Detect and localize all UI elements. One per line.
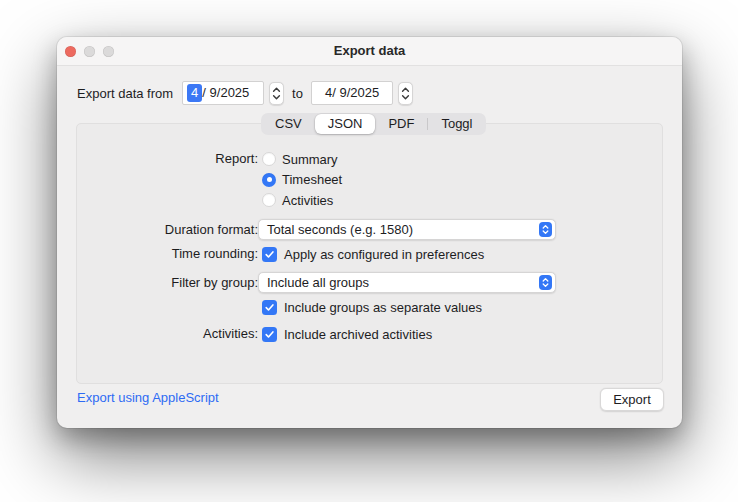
filter-by-group-value: Include all groups	[267, 275, 369, 290]
date-range-row: Export data from 4/ 9/2025 to 4/ 9/2025	[77, 81, 413, 105]
activities-row: Activities: Include archived activities	[77, 326, 432, 342]
checkmark-icon	[264, 329, 275, 340]
to-date-stepper[interactable]	[398, 82, 413, 105]
date-range-label: Export data from	[77, 86, 173, 101]
checkbox-label: Apply as configured in preferences	[284, 247, 484, 262]
report-row: Report: Summary Timesheet Activities	[77, 149, 342, 211]
export-data-window: Export data Export data from 4/ 9/2025 t…	[57, 37, 682, 428]
export-applescript-link[interactable]: Export using AppleScript	[77, 390, 219, 405]
tab-json[interactable]: JSON	[315, 114, 376, 134]
radio-icon[interactable]	[262, 173, 276, 187]
minimize-button[interactable]	[84, 46, 95, 57]
window-title: Export data	[57, 37, 682, 65]
include-groups-row: Include groups as separate values	[77, 299, 482, 315]
selected-month-segment[interactable]: 4	[187, 84, 202, 102]
time-rounding-label: Time rounding:	[77, 246, 258, 262]
zoom-button[interactable]	[103, 46, 114, 57]
tab-csv[interactable]: CSV	[262, 114, 315, 134]
checkbox-include-groups[interactable]: Include groups as separate values	[262, 299, 482, 315]
close-button[interactable]	[65, 46, 76, 57]
format-segmented-control: CSV JSON PDF Toggl	[261, 113, 486, 135]
report-radio-group: Summary Timesheet Activities	[262, 149, 342, 211]
radio-label: Summary	[282, 152, 338, 167]
to-label: to	[292, 86, 303, 101]
up-down-chevrons-icon	[272, 86, 281, 101]
radio-label: Timesheet	[282, 172, 342, 187]
popup-chevrons-icon	[539, 275, 552, 290]
to-date-value[interactable]: 4/ 9/2025	[325, 85, 379, 100]
radio-option-summary[interactable]: Summary	[262, 149, 342, 170]
activities-label: Activities:	[77, 326, 258, 342]
duration-format-select[interactable]: Total seconds (e.g. 1580)	[258, 219, 556, 240]
filter-by-group-row: Filter by group: Include all groups	[77, 272, 556, 293]
report-label: Report:	[77, 149, 258, 170]
time-rounding-row: Time rounding: Apply as configured in pr…	[77, 246, 484, 262]
duration-format-label: Duration format:	[77, 219, 258, 240]
export-button[interactable]: Export	[600, 388, 664, 411]
traffic-lights	[65, 46, 114, 57]
checkbox-icon[interactable]	[262, 327, 277, 342]
screenshot-background: Export data Export data from 4/ 9/2025 t…	[0, 0, 738, 502]
titlebar[interactable]: Export data	[57, 37, 682, 66]
checkbox-icon[interactable]	[262, 247, 277, 262]
radio-option-activities[interactable]: Activities	[262, 190, 342, 211]
radio-label: Activities	[282, 193, 333, 208]
radio-icon[interactable]	[262, 152, 276, 166]
popup-chevrons-icon	[539, 222, 552, 237]
duration-format-row: Duration format: Total seconds (e.g. 158…	[77, 219, 556, 240]
duration-format-value: Total seconds (e.g. 1580)	[267, 222, 413, 237]
filter-by-group-label: Filter by group:	[77, 272, 258, 293]
checkbox-label: Include archived activities	[284, 327, 432, 342]
checkbox-apply-rounding[interactable]: Apply as configured in preferences	[262, 246, 484, 262]
from-date-field[interactable]: 4/ 9/2025	[182, 81, 264, 105]
up-down-chevrons-icon	[401, 86, 410, 101]
checkbox-icon[interactable]	[262, 300, 277, 315]
filter-by-group-select[interactable]: Include all groups	[258, 272, 556, 293]
checkbox-include-archived[interactable]: Include archived activities	[262, 326, 432, 342]
radio-option-timesheet[interactable]: Timesheet	[262, 170, 342, 191]
checkmark-icon	[264, 249, 275, 260]
radio-icon[interactable]	[262, 193, 276, 207]
checkmark-icon	[264, 302, 275, 313]
tab-pdf[interactable]: PDF	[375, 114, 427, 134]
from-date-stepper[interactable]	[269, 82, 284, 105]
to-date-field[interactable]: 4/ 9/2025	[311, 81, 393, 105]
tab-toggl[interactable]: Toggl	[428, 114, 485, 134]
checkbox-label: Include groups as separate values	[284, 300, 482, 315]
from-date-rest[interactable]: / 9/2025	[202, 85, 249, 100]
